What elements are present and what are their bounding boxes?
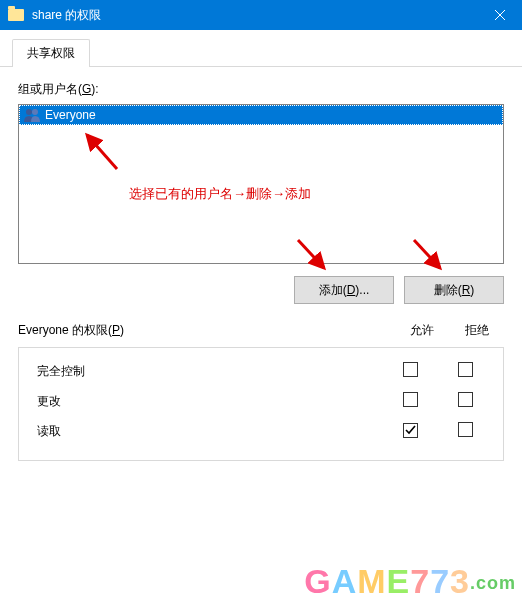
remove-button[interactable]: 删除(R) xyxy=(404,276,504,304)
close-button[interactable] xyxy=(477,0,522,30)
arrow-icon xyxy=(406,236,451,276)
perm-name: 更改 xyxy=(29,393,383,410)
checkbox-change-allow[interactable] xyxy=(403,392,418,407)
permissions-header: Everyone 的权限(P) 允许 拒绝 xyxy=(18,322,504,339)
tab-share-permissions[interactable]: 共享权限 xyxy=(12,39,90,67)
folder-icon xyxy=(8,9,24,21)
svg-line-6 xyxy=(414,240,440,268)
checkbox-full-allow[interactable] xyxy=(403,362,418,377)
svg-point-3 xyxy=(32,109,38,115)
arrow-icon xyxy=(290,236,335,276)
perm-name: 完全控制 xyxy=(29,363,383,380)
perm-row-read: 读取 xyxy=(29,416,493,446)
column-allow: 允许 xyxy=(394,322,449,339)
tab-panel: 组或用户名(G): Everyone 选择已有的用户名→删除→添加 xyxy=(0,67,522,475)
svg-line-4 xyxy=(87,135,117,169)
checkmark-icon xyxy=(405,425,416,436)
tab-strip: 共享权限 xyxy=(0,38,522,67)
group-icon xyxy=(23,108,41,122)
list-item-everyone[interactable]: Everyone xyxy=(19,105,503,125)
perm-name: 读取 xyxy=(29,423,383,440)
annotation-text: 选择已有的用户名→删除→添加 xyxy=(129,185,311,203)
group-users-label: 组或用户名(G): xyxy=(18,81,504,98)
perm-row-full: 完全控制 xyxy=(29,356,493,386)
close-icon xyxy=(495,10,505,20)
checkbox-full-deny[interactable] xyxy=(458,362,473,377)
add-button[interactable]: 添加(D)... xyxy=(294,276,394,304)
checkbox-change-deny[interactable] xyxy=(458,392,473,407)
permissions-list: 完全控制 更改 读取 xyxy=(18,347,504,461)
dialog-content: 共享权限 组或用户名(G): Everyone 选择已有的用户名→删除→添加 xyxy=(0,30,522,475)
perm-row-change: 更改 xyxy=(29,386,493,416)
list-item-label: Everyone xyxy=(45,108,96,122)
checkbox-read-deny[interactable] xyxy=(458,422,473,437)
window-title: share 的权限 xyxy=(32,7,477,24)
arrow-icon xyxy=(77,129,127,179)
svg-point-2 xyxy=(26,109,32,115)
checkbox-read-allow[interactable] xyxy=(403,423,418,438)
svg-line-5 xyxy=(298,240,324,268)
titlebar: share 的权限 xyxy=(0,0,522,30)
watermark: GAME773.com xyxy=(304,562,516,601)
button-row: 添加(D)... 删除(R) xyxy=(18,276,504,304)
column-deny: 拒绝 xyxy=(449,322,504,339)
